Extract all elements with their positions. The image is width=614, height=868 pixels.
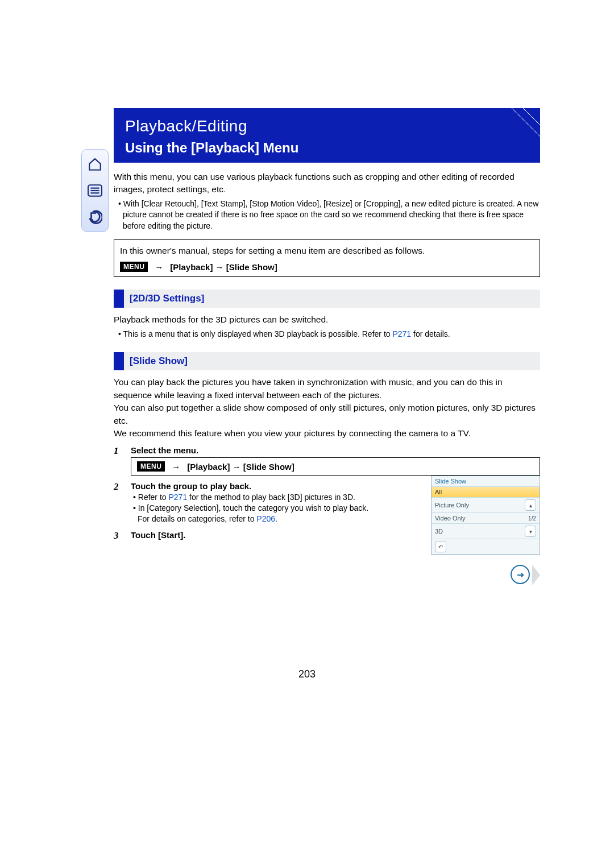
menu-path-step-text: [Playback] → [Slide Show] xyxy=(187,462,294,472)
link-p271-b[interactable]: P271 xyxy=(169,493,188,502)
sidebar-nav xyxy=(81,149,109,232)
step-2-row: 2 Touch the group to play back. Refer to… xyxy=(114,476,540,555)
menu-path: MENU → [Playback] → [Slide Show] xyxy=(120,262,534,272)
next-page-icon[interactable]: ➜ xyxy=(511,565,530,584)
slideshow-p2: You can also put together a slide show c… xyxy=(114,402,540,427)
step2-bullet-c: For details on categories, refer to P206… xyxy=(131,514,424,524)
menu-list-icon[interactable] xyxy=(86,181,104,200)
slideshow-p1: You can play back the pictures you have … xyxy=(114,376,540,402)
continue-indicator: ➜ xyxy=(114,565,540,585)
step-3-title: Touch [Start]. xyxy=(131,530,424,540)
intro-bullets: With [Clear Retouch], [Text Stamp], [Sto… xyxy=(114,199,540,232)
back-icon[interactable] xyxy=(86,208,104,226)
thumb-footer: ↶ xyxy=(432,539,540,554)
thumb-item-all[interactable]: All xyxy=(432,486,540,497)
section-breadcrumb: Playback/Editing xyxy=(114,108,540,138)
step2-bullet-a: Refer to P271 for the method to play bac… xyxy=(131,492,424,503)
thumb-page-indicator: 1/2 xyxy=(528,515,536,522)
link-p271[interactable]: P271 xyxy=(392,329,411,338)
scroll-up-icon[interactable]: ▴ xyxy=(525,499,536,511)
menu-tag: MENU xyxy=(120,262,148,272)
page-fold-icon xyxy=(532,565,540,585)
note-line: In this owner's manual, steps for settin… xyxy=(120,245,534,257)
section-2d3d-bullets: This is a menu that is only displayed wh… xyxy=(114,329,540,340)
note-box: In this owner's manual, steps for settin… xyxy=(114,239,540,277)
home-icon[interactable] xyxy=(86,155,104,173)
arrow-icon: → xyxy=(155,262,163,272)
section-2d3d-body: Playback methods for the 3D pictures can… xyxy=(114,313,540,326)
page-number: 203 xyxy=(0,668,614,680)
step-2-number: 2 xyxy=(114,481,123,524)
section-slideshow-heading: [Slide Show] xyxy=(114,352,540,370)
thumb-title: Slide Show xyxy=(432,476,540,486)
menu-path-text: [Playback] → [Slide Show] xyxy=(170,262,277,272)
step-3-number: 3 xyxy=(114,530,123,542)
menu-tag-step: MENU xyxy=(137,461,165,472)
section-2d3d-heading: [2D/3D Settings] xyxy=(114,290,540,308)
scroll-down-icon[interactable]: ▾ xyxy=(525,526,536,537)
step-2: 2 Touch the group to play back. Refer to… xyxy=(114,481,424,524)
thumb-item-picture-only[interactable]: Picture Only ▴ xyxy=(432,497,540,512)
thumb-item-3d[interactable]: 3D ▾ xyxy=(432,523,540,539)
thumb-back-icon[interactable]: ↶ xyxy=(435,541,446,552)
section-2d3d-bullet: This is a menu that is only displayed wh… xyxy=(116,329,540,340)
step-2-title: Touch the group to play back. xyxy=(131,481,424,491)
page-header: Playback/Editing Using the [Playback] Me… xyxy=(114,108,540,163)
page-title: Using the [Playback] Menu xyxy=(114,138,540,163)
step-1: 1 Select the menu. MENU → [Playback] → [… xyxy=(114,445,540,476)
step-3: 3 Touch [Start]. xyxy=(114,530,424,542)
link-p206[interactable]: P206 xyxy=(256,514,275,523)
slideshow-screenshot: Slide Show All Picture Only ▴ Video Only… xyxy=(431,476,540,555)
slideshow-p3: We recommend this feature when you view … xyxy=(114,427,540,440)
step2-bullet-b: In [Category Selection], touch the categ… xyxy=(131,503,424,514)
step-1-number: 1 xyxy=(114,445,123,476)
thumb-item-video-only[interactable]: Video Only 1/2 xyxy=(432,512,540,523)
step-1-title: Select the menu. xyxy=(131,445,540,455)
arrow-icon: → xyxy=(172,462,180,472)
intro-paragraph: With this menu, you can use various play… xyxy=(114,171,540,196)
intro-bullet-1: With [Clear Retouch], [Text Stamp], [Sto… xyxy=(116,199,540,232)
